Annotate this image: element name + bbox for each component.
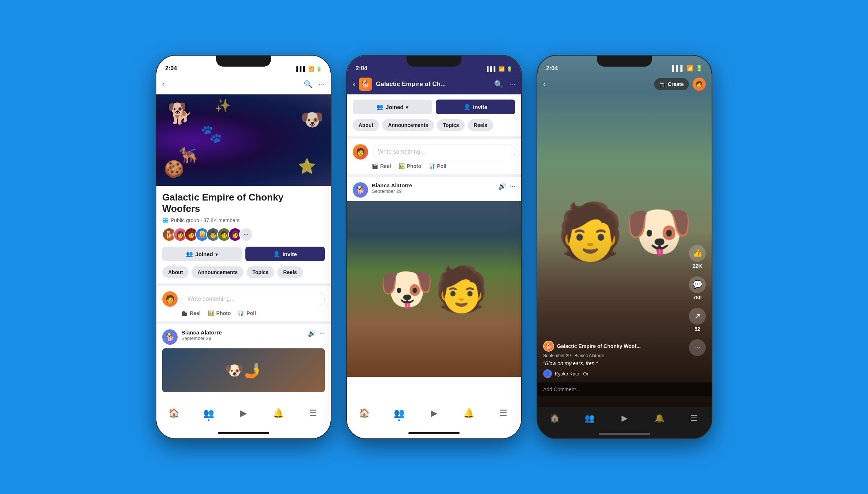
joined-button-1[interactable]: 👥 Joined (162, 247, 242, 261)
tab-topics-1[interactable]: Topics (246, 266, 274, 278)
tab-about-2[interactable]: About (353, 119, 379, 131)
nav-groups-2[interactable]: 👥 (382, 405, 416, 421)
tab-announcements-1[interactable]: Announcements (192, 266, 244, 278)
volume-icon-2[interactable]: 🔊 (498, 182, 506, 190)
phone2-scroll[interactable]: 👥 Joined 👤 Invite About Announcements To… (347, 94, 521, 402)
reel-commenter-text-3: Kyoko Kato · Or (555, 371, 589, 377)
nav-video-1[interactable]: ▶ (226, 405, 261, 421)
search-icon-1[interactable]: 🔍 (304, 80, 313, 89)
action-buttons-2: 👥 Joined 👤 Invite (353, 100, 515, 114)
more-icon-1[interactable]: ··· (319, 80, 325, 88)
invite-button-1[interactable]: 👤 Invite (245, 247, 325, 261)
reel-more-icon-3: ··· (689, 339, 706, 356)
nav-menu-3[interactable]: ☰ (677, 411, 712, 426)
search-icon-2[interactable]: 🔍 (494, 80, 503, 89)
options-icon-2[interactable]: ··· (510, 183, 515, 190)
reel-group-avatar-3: 🐕 (543, 341, 554, 352)
tab-topics-2[interactable]: Topics (437, 119, 465, 131)
video-icon-2: ▶ (431, 408, 437, 418)
volume-icon-1[interactable]: 🔊 (308, 329, 316, 337)
invite-icon-2: 👤 (464, 104, 471, 110)
more-icon-2[interactable]: ··· (509, 80, 515, 89)
back-button-2[interactable]: ‹ (353, 79, 355, 89)
notch-1 (216, 56, 271, 67)
phone-3: 2:04 ▌▌▌ 📶 🔋 ‹ 📷 Create 🧑 🧑🐶 (537, 55, 712, 439)
post-author-name-1: Bianca Alatorre (181, 329, 222, 336)
reel-commenter-avatar-3: 👤 (543, 369, 552, 378)
reel-back-button-3[interactable]: ‹ (543, 79, 546, 89)
nav-home-2[interactable]: 🏠 (347, 405, 382, 421)
photo-action-2[interactable]: 🖼️ Photo (398, 163, 422, 169)
nav-bell-2[interactable]: 🔔 (452, 405, 486, 421)
reel-action-1[interactable]: 🎬 Reel (181, 310, 201, 316)
write-placeholder-2[interactable]: Write something... (372, 145, 515, 159)
invite-button-2[interactable]: 👤 Invite (436, 100, 515, 114)
nav-menu-2[interactable]: ☰ (486, 405, 521, 421)
home-icon-3: 🏠 (550, 413, 560, 423)
create-button-3[interactable]: 📷 Create (654, 78, 689, 90)
reel-side-actions-3: 👍 22K 💬 780 ↗ 52 ··· (689, 245, 706, 356)
bottom-nav-2: 🏠 👥 ▶ 🔔 ☰ (347, 402, 521, 427)
post-card-1: 🐕 Bianca Alatorre September 29 🔊 ··· 🐶🤳 (156, 321, 331, 397)
reel-like-action-3[interactable]: 👍 22K (689, 245, 706, 269)
phone-1: 2:04 ▌▌▌ 📶 🔋 ‹ 🔍 ··· 🐕 🐶 (156, 55, 331, 439)
write-box-1: 🧑 Write something... 🎬 Reel 🖼️ Photo 📊 P… (156, 283, 331, 321)
nav-home-3[interactable]: 🏠 (537, 411, 572, 426)
nav-video-2[interactable]: ▶ (416, 405, 451, 421)
status-icons-2: ▌▌▌ 📶 🔋 (487, 66, 512, 72)
post-card-2: 🐕 Bianca Alatorre September 29 🔊 ··· (347, 177, 521, 198)
nav-groups-3[interactable]: 👥 (572, 411, 607, 426)
nav-bell-1[interactable]: 🔔 (261, 405, 296, 421)
reel-more-action-3[interactable]: ··· (689, 339, 706, 356)
nav-home-1[interactable]: 🏠 (156, 405, 191, 421)
options-icon-1[interactable]: ··· (319, 330, 325, 337)
reel-action-2[interactable]: 🎬 Reel (372, 163, 391, 169)
phone-2: 2:04 ▌▌▌ 📶 🔋 ‹ 🐕 Galactic Empire of Ch..… (346, 55, 522, 439)
nav-dot-2 (398, 419, 400, 421)
joined-icon-1: 👥 (186, 251, 193, 257)
reel-like-count-3: 22K (693, 263, 702, 269)
poll-action-2[interactable]: 📊 Poll (429, 163, 446, 169)
action-buttons-1: 👥 Joined 👤 Invite (162, 247, 325, 261)
nav-group-avatar-2: 🐕 (359, 78, 372, 91)
tab-reels-2[interactable]: Reels (468, 119, 493, 131)
cover-photo-1: 🐕 🐶 🍪 🐾 ⭐ ✨ 🐕‍🦺 (156, 94, 331, 186)
nav-groups-1[interactable]: 👥 (191, 405, 226, 421)
group-meta-text-1: Public group · 37.8K members (171, 217, 240, 223)
write-placeholder-1[interactable]: Write something... (181, 292, 325, 306)
photo-action-1[interactable]: 🖼️ Photo (208, 310, 231, 316)
add-comment-text-3[interactable]: Add Comment... (543, 386, 580, 392)
nav-bell-3[interactable]: 🔔 (642, 411, 677, 426)
tab-announcements-2[interactable]: Announcements (382, 119, 434, 131)
post-avatar-1: 🐕 (162, 329, 178, 345)
back-button-1[interactable]: ‹ (162, 79, 165, 89)
reel-comment-action-3[interactable]: 💬 780 (689, 276, 706, 300)
divider-2 (347, 136, 521, 139)
nav-menu-1[interactable]: ☰ (296, 405, 331, 421)
camera-icon-3: 📷 (659, 81, 665, 87)
group-meta-1: 🌐 Public group · 37.8K members (162, 217, 325, 223)
battery-icon-3: 🔋 (695, 65, 703, 72)
add-comment-bar-3: Add Comment... (537, 382, 712, 396)
reel-time-3: 2:04 (546, 65, 558, 72)
reel-share-action-3[interactable]: ↗ 52 (689, 308, 706, 332)
nav-video-3[interactable]: ▶ (607, 411, 642, 426)
user-avatar-write-1: 🧑 (162, 291, 178, 307)
wifi-icon-3: 📶 (686, 65, 694, 72)
post-date-1: September 29 (181, 336, 222, 341)
reel-like-icon-3: 👍 (689, 245, 706, 262)
post-author-name-2: Bianca Alatorre (372, 182, 412, 188)
menu-icon-2: ☰ (500, 408, 508, 418)
poll-action-1[interactable]: 📊 Poll (238, 310, 256, 316)
globe-icon-1: 🌐 (162, 217, 168, 223)
video-icon-3: ▶ (622, 413, 628, 423)
reel-status-icons-3: ▌▌▌ 📶 🔋 (672, 65, 703, 72)
tab-reels-1[interactable]: Reels (277, 266, 303, 278)
phone1-scroll[interactable]: 🐕 🐶 🍪 🐾 ⭐ ✨ 🐕‍🦺 Galactic Empire of Chonk… (156, 94, 331, 402)
tab-about-1[interactable]: About (162, 266, 189, 278)
notch-3 (597, 56, 652, 67)
video-icon-1: ▶ (240, 408, 247, 418)
tab-pills-2: About Announcements Topics Reels (353, 119, 515, 136)
divider-2b (347, 174, 521, 177)
joined-button-2[interactable]: 👥 Joined (353, 100, 432, 114)
